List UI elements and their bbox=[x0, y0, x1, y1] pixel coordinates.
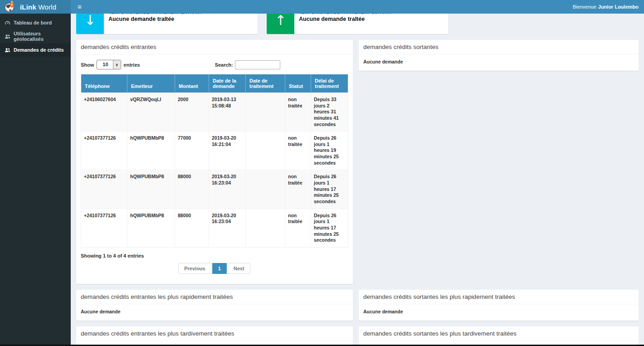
sidebar-item-tableau-de-bord[interactable]: Tableau de bord bbox=[0, 16, 71, 29]
panel-title: demandes crédits sortantes les plus rapi… bbox=[363, 293, 634, 300]
pagination: Previous 1 Next bbox=[81, 261, 348, 279]
chevron-down-icon: ∨ bbox=[113, 60, 121, 69]
panel-outgoing-latest-processed: demandes crédits sortantes les plus tard… bbox=[359, 327, 639, 346]
dashboard-icon bbox=[5, 20, 10, 26]
sidebar-item-label: Tableau de bord bbox=[14, 20, 52, 25]
cell-statut: non traitée bbox=[285, 170, 311, 209]
panel-title: demandes crédits entrantes bbox=[81, 44, 348, 50]
panel-title: demandes crédits entrantes les plus rapi… bbox=[81, 293, 348, 300]
panel-title: demandes crédits sortantes les plus tard… bbox=[363, 330, 634, 337]
empty-message: Aucune demande bbox=[363, 308, 634, 316]
panel-incoming-latest-processed: demandes crédits entrantes les plus tard… bbox=[76, 327, 353, 346]
cell-statut: non traitée bbox=[285, 93, 311, 132]
cell-statut: non traitée bbox=[285, 209, 311, 247]
cell-date-traitement bbox=[246, 209, 285, 247]
cell-delai: Depuis 33 jours 2 heures 31 minutes 41 s… bbox=[311, 93, 348, 132]
panel-header: demandes crédits entrantes les plus tard… bbox=[76, 327, 353, 341]
cell-delai: Depuis 26 jours 1 heures 17 minutes 25 s… bbox=[311, 209, 348, 247]
cell-delai: Depuis 26 jours 1 heures 17 minutes 25 s… bbox=[311, 170, 348, 209]
users-icon bbox=[5, 34, 10, 39]
entries-label: entries bbox=[124, 62, 140, 68]
panel-header: demandes crédits entrantes les plus rapi… bbox=[76, 290, 353, 304]
pagination-next-button[interactable]: Next bbox=[228, 263, 250, 274]
cell-telephone: +24107377126 bbox=[81, 209, 127, 247]
column-header-date-demande[interactable]: Date de la demande bbox=[209, 74, 246, 93]
cell-telephone: +24106027604 bbox=[81, 93, 127, 132]
column-header-telephone[interactable]: Téléphone bbox=[81, 74, 127, 93]
cell-montant: 2000 bbox=[175, 93, 209, 132]
page-size-select[interactable]: 10 ∨ bbox=[97, 60, 121, 69]
panel-incoming-credit-requests: demandes crédits entrantes Show 10 ∨ ent… bbox=[76, 40, 353, 284]
column-header-montant[interactable]: Montant bbox=[175, 74, 209, 93]
cell-emetteur: hQWPUBMbP8 bbox=[127, 209, 175, 247]
cell-montant: 77000 bbox=[175, 132, 209, 170]
sidebar-item-utilisateurs-geolocalises[interactable]: Utilisateurs géolocalisés bbox=[0, 29, 71, 43]
app-title: iLink World bbox=[20, 3, 56, 11]
panel-header: demandes crédits entrantes bbox=[76, 40, 353, 54]
cell-date-traitement bbox=[246, 132, 285, 170]
app-logo[interactable]: iLink World bbox=[0, 0, 71, 14]
cell-emetteur: hQWPUBMbP8 bbox=[127, 170, 175, 209]
sidebar-item-label: Utilisateurs géolocalisés bbox=[14, 31, 66, 42]
content-area: ↓ TEMPS MOYEN DE TRAITEMENT ENTRANT Aucu… bbox=[71, 0, 644, 346]
cell-telephone: +24107377126 bbox=[81, 170, 127, 209]
table-row: +24107377126 hQWPUBMbP8 88000 2019-03-20… bbox=[81, 170, 348, 209]
cell-date-demande: 2019-03-20 16:23:04 bbox=[209, 170, 246, 209]
show-label: Show bbox=[81, 62, 94, 68]
cell-date-demande: 2019-03-20 16:23:04 bbox=[209, 209, 246, 247]
search-input[interactable] bbox=[235, 60, 280, 69]
stat-value: Aucune demande traItée bbox=[108, 16, 202, 22]
cell-delai: Depuis 26 jours 1 heures 19 minutes 25 s… bbox=[311, 132, 348, 170]
cell-statut: non traitée bbox=[285, 132, 311, 170]
column-header-statut[interactable]: Statut bbox=[285, 74, 311, 93]
table-row: +24107377126 hQWPUBMbP8 88000 2019-03-20… bbox=[81, 209, 348, 247]
table-toolbar: Show 10 ∨ entries Search: bbox=[81, 58, 348, 74]
cell-emetteur: hQWPUBMbP8 bbox=[127, 132, 175, 170]
panel-title: demandes crédits sortantes bbox=[363, 44, 634, 50]
cell-montant: 88000 bbox=[175, 209, 209, 247]
empty-message: Aucune demande bbox=[363, 58, 634, 66]
empty-message: Aucune demande bbox=[81, 308, 348, 316]
panel-outgoing-fastest-processed: demandes crédits sortantes les plus rapi… bbox=[359, 290, 639, 321]
sidebar-item-label: Demandes de crédits bbox=[14, 47, 64, 53]
table-summary: Showing 1 to 4 of 4 entries bbox=[81, 253, 348, 258]
users-icon bbox=[5, 47, 10, 53]
stat-value: Aucune demande traItée bbox=[299, 16, 393, 22]
panel-outgoing-credit-requests: demandes crédits sortantes Aucune demand… bbox=[359, 40, 639, 71]
cell-date-traitement bbox=[246, 93, 285, 132]
panel-header: demandes crédits sortantes les plus tard… bbox=[359, 327, 639, 341]
cell-date-demande: 2019-03-20 16:21:04 bbox=[209, 132, 246, 170]
panel-header: demandes crédits sortantes les plus rapi… bbox=[359, 290, 639, 304]
sidebar: Tableau de bord Utilisateurs géolocalisé… bbox=[0, 14, 71, 346]
table-row: +24106027604 vQRZWQoqLI 2000 2019-03-13 … bbox=[81, 93, 348, 132]
column-header-delai-traitement[interactable]: Délai de traitement bbox=[311, 74, 348, 93]
pagination-page-1-button[interactable]: 1 bbox=[212, 263, 227, 274]
cell-emetteur: vQRZWQoqLI bbox=[127, 93, 175, 132]
panel-header: demandes crédits sortantes bbox=[359, 40, 639, 54]
column-header-emetteur[interactable]: Emetteur bbox=[127, 74, 175, 93]
cell-date-demande: 2019-03-13 15:08:48 bbox=[209, 93, 246, 132]
cell-date-traitement bbox=[246, 170, 285, 209]
welcome-message: BienvenueJunior Loulembo bbox=[573, 4, 644, 10]
column-header-date-traitement[interactable]: Date de traitement bbox=[246, 74, 285, 93]
panel-incoming-fastest-processed: demandes crédits entrantes les plus rapi… bbox=[76, 290, 353, 321]
sidebar-toggle-button[interactable]: ≡ bbox=[71, 0, 88, 14]
search-label: Search: bbox=[215, 62, 233, 68]
sidebar-item-demandes-de-credits[interactable]: Demandes de crédits bbox=[0, 43, 71, 57]
globe-pin-logo-icon bbox=[4, 0, 16, 13]
navbar: ≡ BienvenueJunior Loulembo bbox=[71, 0, 644, 14]
pagination-previous-button[interactable]: Previous bbox=[178, 263, 211, 274]
top-navbar: iLink World ≡ BienvenueJunior Loulembo bbox=[0, 0, 644, 14]
cell-montant: 88000 bbox=[175, 170, 209, 209]
cell-telephone: +24107377126 bbox=[81, 132, 127, 170]
panel-title: demandes crédits entrantes les plus tard… bbox=[81, 330, 348, 337]
table-row: +24107377126 hQWPUBMbP8 77000 2019-03-20… bbox=[81, 132, 348, 170]
incoming-requests-table: Téléphone Emetteur Montant Date de la de… bbox=[81, 74, 348, 248]
